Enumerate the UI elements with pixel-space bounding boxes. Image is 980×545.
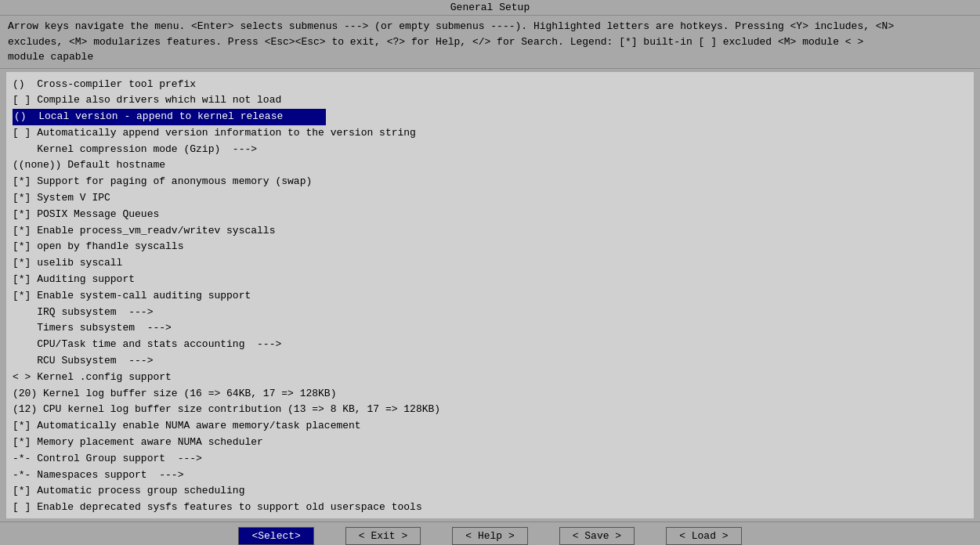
menu-item[interactable]: (20) Kernel log buffer size (16 => 64KB,…: [13, 386, 967, 402]
menu-item[interactable]: -*- Control Group support --->: [13, 451, 967, 467]
bottom-bar: <Select>< Exit >< Help >< Save >< Load >: [0, 522, 980, 546]
bottom-button-load[interactable]: < Load >: [666, 527, 741, 545]
menu-item[interactable]: -*- Kernel->user space relay support (fo…: [13, 516, 967, 518]
menu-item[interactable]: [*] Auditing support: [13, 272, 967, 288]
menu-item[interactable]: [ ] Enable deprecated sysfs features to …: [13, 500, 967, 516]
menu-item[interactable]: [*] Automatically enable NUMA aware memo…: [13, 418, 967, 435]
menu-item[interactable]: [ ] Automatically append version informa…: [13, 125, 967, 142]
menu-item[interactable]: < > Kernel .config support: [13, 370, 967, 386]
menu-item[interactable]: [ ] Compile also drivers which will not …: [13, 92, 967, 109]
page-title: General Setup: [450, 2, 530, 13]
bottom-button-save[interactable]: < Save >: [559, 527, 635, 545]
menu-item[interactable]: (12) CPU kernel log buffer size contribu…: [13, 402, 967, 418]
menu-item[interactable]: () Local version - append to kernel rele…: [13, 109, 326, 125]
menu-item[interactable]: Kernel compression mode (Gzip) --->: [13, 142, 967, 158]
bottom-button-select[interactable]: <Select>: [238, 527, 313, 545]
title-bar: General Setup: [0, 0, 980, 16]
menu-item[interactable]: ((none)) Default hostname: [13, 157, 967, 174]
bottom-button-help[interactable]: < Help >: [452, 527, 527, 545]
menu-item[interactable]: [*] System V IPC: [13, 190, 967, 207]
menu-item[interactable]: [*] Memory placement aware NUMA schedule…: [13, 435, 967, 451]
menu-item[interactable]: [*] Enable system-call auditing support: [13, 288, 967, 305]
menu-item[interactable]: [*] Automatic process group scheduling: [13, 483, 967, 500]
menu-item[interactable]: [*] uselib syscall: [13, 255, 967, 272]
menu-item[interactable]: CPU/Task time and stats accounting --->: [13, 337, 967, 353]
main-content: () Cross-compiler tool prefix[ ] Compile…: [6, 72, 974, 518]
menu-item[interactable]: [*] Enable process_vm_readv/writev sysca…: [13, 223, 967, 240]
menu-item[interactable]: -*- Namespaces support --->: [13, 467, 967, 484]
info-line-3: module capable: [8, 49, 972, 65]
menu-item[interactable]: () Cross-compiler tool prefix: [13, 77, 967, 93]
menu-item[interactable]: [*] POSIX Message Queues: [13, 207, 967, 223]
bottom-button-exit[interactable]: < Exit >: [345, 527, 421, 545]
menu-item[interactable]: Timers subsystem --->: [13, 320, 967, 337]
menu-item[interactable]: RCU Subsystem --->: [13, 353, 967, 370]
menu-item[interactable]: [*] Support for paging of anonymous memo…: [13, 174, 967, 190]
info-line-1: Arrow keys navigate the menu. <Enter> se…: [8, 19, 972, 34]
menu-item[interactable]: [*] open by fhandle syscalls: [13, 239, 967, 255]
info-line-2: excludes, <M> modularizes features. Pres…: [8, 34, 972, 50]
info-box: Arrow keys navigate the menu. <Enter> se…: [0, 16, 980, 69]
menu-item[interactable]: IRQ subsystem --->: [13, 305, 967, 321]
